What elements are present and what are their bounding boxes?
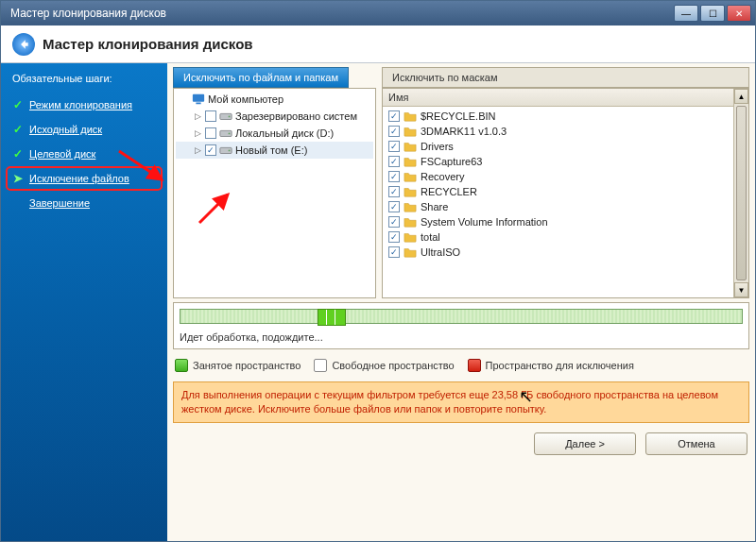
list-item[interactable]: UltraISO	[385, 245, 731, 260]
step-status-icon	[12, 148, 24, 160]
folder-icon	[404, 185, 417, 198]
folder-icon	[404, 230, 417, 244]
back-icon[interactable]	[12, 33, 35, 56]
tabs-right: Исключить по маскам	[382, 67, 749, 88]
sidebar-step[interactable]: Исходный диск	[9, 120, 160, 139]
close-button[interactable]: ✕	[727, 5, 751, 22]
titlebar[interactable]: Мастер клонирования дисков — ☐ ✕	[1, 1, 755, 25]
step-label: Исходный диск	[29, 124, 102, 135]
list-item[interactable]: Drivers	[385, 139, 731, 154]
list-column-name[interactable]: Имя	[383, 89, 733, 107]
progress-bar	[180, 309, 743, 324]
checkbox[interactable]	[388, 216, 400, 228]
tree-root[interactable]: Мой компьютер	[176, 91, 373, 108]
folder-icon	[404, 200, 417, 213]
tab-exclude-by-masks[interactable]: Исключить по маскам	[382, 67, 749, 88]
checkbox[interactable]	[388, 186, 400, 197]
tree-label: Зарезервировано систем	[235, 110, 357, 122]
scroll-down-button[interactable]: ▼	[734, 282, 748, 297]
minimize-button[interactable]: —	[674, 5, 698, 22]
folder-icon	[404, 170, 417, 183]
tree-item[interactable]: ▷Зарезервировано систем	[176, 108, 373, 125]
folder-icon	[404, 125, 417, 138]
checkbox[interactable]	[205, 127, 216, 139]
svg-rect-0	[193, 94, 204, 102]
drive-icon	[219, 144, 232, 157]
window: Мастер клонирования дисков — ☐ ✕ Мастер …	[0, 0, 756, 542]
list-item[interactable]: RECYCLER	[385, 184, 731, 199]
step-status-icon	[12, 173, 24, 184]
computer-icon	[192, 93, 205, 106]
expander-icon[interactable]: ▷	[193, 128, 202, 138]
expander-icon[interactable]: ▷	[193, 145, 202, 155]
tree-label: Мой компьютер	[208, 93, 284, 105]
cancel-button[interactable]: Отмена	[645, 432, 747, 455]
list-item[interactable]: System Volume Information	[385, 214, 731, 229]
step-label: Режим клонирования	[29, 99, 132, 110]
list-item[interactable]: Share	[385, 199, 731, 214]
expander-icon[interactable]	[180, 94, 189, 104]
maximize-button[interactable]: ☐	[700, 5, 725, 22]
sidebar: Обязательные шаги: Режим клонированияИсх…	[1, 63, 167, 541]
folder-icon	[404, 110, 417, 123]
tabs-left: Исключить по файлам и папкам	[173, 67, 376, 88]
list-label: Drivers	[421, 141, 454, 152]
progress-label: Идет обработка, подождите...	[180, 331, 743, 343]
list-label: 3DMARK11 v1.0.3	[421, 126, 507, 137]
checkbox[interactable]	[388, 126, 400, 137]
list-item[interactable]: Recovery	[385, 169, 731, 184]
folder-icon	[404, 246, 417, 259]
checkbox[interactable]	[388, 246, 400, 258]
list-item[interactable]: FSCapture63	[385, 154, 731, 169]
scroll-up-button[interactable]: ▲	[734, 89, 748, 104]
checkbox[interactable]	[388, 201, 400, 212]
window-title: Мастер клонирования дисков	[5, 7, 166, 20]
folder-icon	[404, 215, 417, 229]
expander-icon[interactable]: ▷	[193, 111, 202, 121]
checkbox[interactable]	[205, 144, 216, 156]
footer-buttons: Далее > Отмена	[173, 427, 749, 461]
step-status-icon	[12, 99, 24, 110]
sidebar-step[interactable]: Исключение файлов	[9, 169, 160, 188]
svg-point-7	[229, 150, 231, 152]
legend-excluded: Пространство для исключения	[468, 359, 634, 372]
svg-point-3	[229, 116, 231, 118]
tree-label: Новый том (E:)	[235, 144, 307, 156]
wizard-body: Обязательные шаги: Режим клонированияИсх…	[1, 63, 755, 541]
tree-panel: Мой компьютер▷Зарезервировано систем▷Лок…	[173, 88, 376, 298]
swatch-red-icon	[468, 359, 481, 372]
tree-label: Локальный диск (D:)	[235, 127, 334, 139]
svg-point-5	[229, 133, 231, 135]
sidebar-step[interactable]: Завершение	[9, 194, 160, 212]
list-item[interactable]: total	[385, 229, 731, 245]
sidebar-step[interactable]: Режим клонирования	[9, 95, 160, 114]
tree-item[interactable]: ▷Локальный диск (D:)	[176, 125, 373, 142]
scrollbar-vertical[interactable]: ▲ ▼	[733, 89, 748, 297]
tab-exclude-by-files[interactable]: Исключить по файлам и папкам	[173, 67, 349, 88]
checkbox[interactable]	[388, 171, 400, 182]
scroll-thumb[interactable]	[736, 106, 747, 280]
list-item[interactable]: $RECYCLE.BIN	[385, 109, 731, 124]
tree-body[interactable]: Мой компьютер▷Зарезервировано систем▷Лок…	[174, 89, 375, 297]
progress-area: Идет обработка, подождите...	[173, 302, 749, 349]
sidebar-step[interactable]: Целевой диск	[9, 144, 160, 163]
list-label: Share	[421, 201, 448, 212]
checkbox[interactable]	[388, 141, 400, 152]
checkbox[interactable]	[205, 110, 216, 122]
checkbox[interactable]	[388, 231, 400, 243]
swatch-green-icon	[175, 359, 188, 372]
list-label: RECYCLER	[421, 186, 477, 197]
checkbox[interactable]	[388, 110, 400, 122]
sidebar-title: Обязательные шаги:	[9, 73, 160, 84]
tree-item[interactable]: ▷Новый том (E:)	[176, 142, 373, 159]
legend: Занятое пространство Свободное пространс…	[173, 353, 749, 378]
legend-used: Занятое пространство	[175, 359, 301, 372]
step-label: Целевой диск	[29, 148, 95, 160]
list-item[interactable]: 3DMARK11 v1.0.3	[385, 124, 731, 139]
checkbox[interactable]	[388, 156, 400, 167]
next-button[interactable]: Далее >	[534, 432, 636, 455]
legend-free: Свободное пространство	[314, 359, 454, 372]
folder-icon	[404, 155, 417, 168]
list-body[interactable]: $RECYCLE.BIN3DMARK11 v1.0.3DriversFSCapt…	[383, 107, 733, 297]
wizard-title: Мастер клонирования дисков	[43, 36, 253, 52]
